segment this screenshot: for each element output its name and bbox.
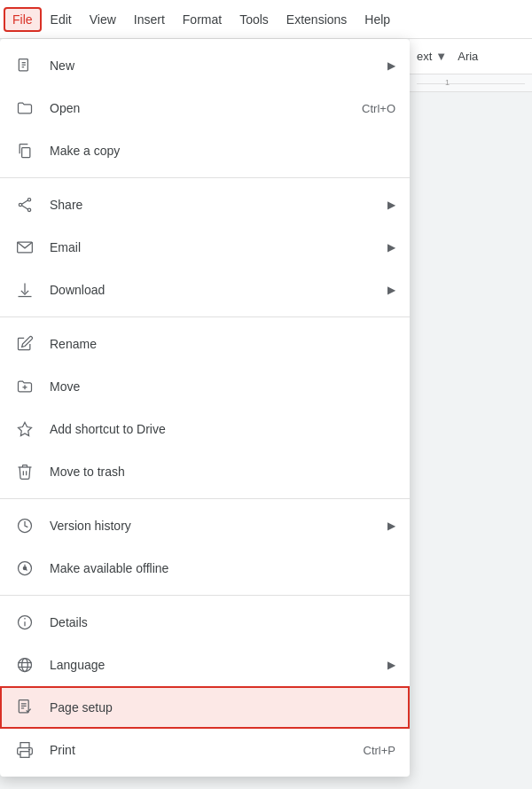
menu-item-open[interactable]: Open Ctrl+O [0, 87, 410, 129]
menu-bar-item-help[interactable]: Help [356, 7, 399, 32]
menu-label-email: Email [50, 240, 380, 254]
email-icon [14, 237, 35, 258]
menu-item-email[interactable]: Email ▶ [0, 226, 410, 269]
svg-marker-14 [19, 423, 32, 436]
page-setup-icon [14, 697, 35, 718]
menu-bar-item-view[interactable]: View [81, 7, 125, 32]
menu-label-details: Details [50, 615, 395, 629]
menu-item-rename[interactable]: Rename [0, 323, 410, 365]
language-arrow-icon: ▶ [387, 659, 395, 671]
offline-icon [14, 558, 35, 579]
open-shortcut: Ctrl+O [362, 102, 395, 115]
menu-item-make-copy[interactable]: Make a copy [0, 129, 410, 172]
print-icon [14, 739, 35, 761]
svg-rect-31 [20, 752, 29, 758]
doc-ruler: 1 [410, 74, 532, 92]
menu-label-language: Language [50, 658, 380, 672]
menu-label-page-setup: Page setup [50, 700, 395, 715]
menu-label-open: Open [50, 101, 348, 115]
divider-3 [0, 498, 410, 499]
download-arrow-icon: ▶ [387, 284, 395, 296]
svg-point-23 [19, 659, 32, 672]
menu-bar-item-edit[interactable]: Edit [42, 7, 81, 32]
svg-line-8 [22, 200, 28, 204]
svg-point-24 [22, 659, 28, 672]
divider-1 [0, 177, 410, 178]
download-icon [14, 279, 35, 301]
menu-label-share: Share [50, 198, 380, 212]
svg-rect-4 [22, 148, 30, 158]
menu-item-version-history[interactable]: Version history ▶ [0, 504, 410, 547]
menu-bar-item-tools[interactable]: Tools [231, 7, 278, 32]
menu-label-make-copy: Make a copy [50, 144, 395, 158]
menu-label-move: Move [50, 379, 395, 394]
menu-label-add-shortcut: Add shortcut to Drive [50, 422, 395, 436]
doc-new-icon [14, 55, 35, 76]
menu-label-rename: Rename [50, 337, 395, 351]
history-icon [14, 515, 35, 536]
email-arrow-icon: ▶ [387, 241, 395, 254]
doc-copy-icon [14, 140, 35, 161]
rename-icon [14, 333, 35, 355]
share-icon [14, 194, 35, 215]
divider-4 [0, 595, 410, 596]
menu-label-download: Download [50, 283, 380, 297]
print-shortcut: Ctrl+P [364, 744, 395, 757]
version-history-arrow-icon: ▶ [387, 519, 395, 532]
menu-label-trash: Move to trash [50, 465, 395, 479]
doc-open-icon [14, 98, 35, 119]
trash-icon [14, 461, 35, 482]
menu-bar-item-file[interactable]: File [4, 7, 42, 32]
svg-point-19 [23, 566, 26, 569]
new-arrow-icon: ▶ [387, 59, 395, 72]
menu-item-trash[interactable]: Move to trash [0, 450, 410, 493]
svg-point-5 [27, 199, 30, 201]
menu-bar-item-extensions[interactable]: Extensions [278, 7, 356, 32]
menu-label-print: Print [50, 743, 349, 757]
menu-item-details[interactable]: Details [0, 601, 410, 644]
menu-item-add-shortcut[interactable]: Add shortcut to Drive [0, 408, 410, 450]
move-icon [14, 376, 35, 397]
menu-item-print[interactable]: Print Ctrl+P [0, 729, 410, 771]
language-icon [14, 654, 35, 676]
svg-point-32 [28, 749, 29, 750]
divider-2 [0, 316, 410, 317]
doc-area: ext ▼ Aria 1 [410, 39, 532, 789]
svg-point-7 [27, 208, 30, 211]
menu-item-language[interactable]: Language ▶ [0, 644, 410, 686]
menu-item-page-setup[interactable]: Page setup [0, 686, 410, 729]
info-icon [14, 612, 35, 633]
svg-line-9 [22, 206, 28, 209]
svg-point-6 [19, 203, 21, 206]
menu-item-download[interactable]: Download ▶ [0, 269, 410, 311]
menu-bar-item-format[interactable]: Format [174, 7, 231, 32]
menu-bar-item-insert[interactable]: Insert [125, 7, 174, 32]
menu-bar: File Edit View Insert Format Tools Exten… [0, 0, 532, 39]
file-dropdown-menu: New ▶ Open Ctrl+O Make a copy [0, 39, 410, 777]
share-arrow-icon: ▶ [387, 199, 395, 211]
menu-item-move[interactable]: Move [0, 365, 410, 408]
menu-item-share[interactable]: Share ▶ [0, 184, 410, 226]
menu-label-offline: Make available offline [50, 561, 395, 575]
menu-item-new[interactable]: New ▶ [0, 44, 410, 87]
menu-item-offline[interactable]: Make available offline [0, 547, 410, 590]
menu-label-new: New [50, 59, 380, 73]
shortcut-icon [14, 418, 35, 440]
svg-point-22 [25, 618, 26, 619]
menu-label-version-history: Version history [50, 519, 380, 533]
doc-toolbar: ext ▼ Aria [410, 39, 532, 74]
